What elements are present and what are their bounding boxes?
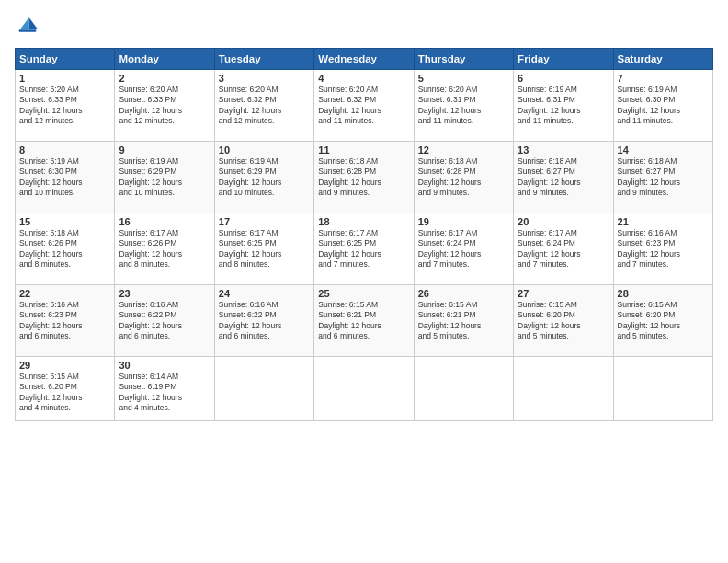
day-cell: 12Sunrise: 6:18 AMSunset: 6:28 PMDayligh… [414, 142, 513, 213]
day-number: 13 [518, 144, 609, 155]
day-info: Sunrise: 6:19 AMSunset: 6:29 PMDaylight:… [119, 156, 210, 199]
day-number: 12 [418, 144, 509, 155]
day-info: Sunrise: 6:18 AMSunset: 6:28 PMDaylight:… [418, 156, 509, 199]
day-cell: 14Sunrise: 6:18 AMSunset: 6:27 PMDayligh… [613, 142, 712, 213]
day-number: 4 [318, 73, 409, 84]
day-info: Sunrise: 6:20 AMSunset: 6:33 PMDaylight:… [19, 85, 110, 127]
day-number: 20 [518, 216, 609, 227]
day-cell: 18Sunrise: 6:17 AMSunset: 6:25 PMDayligh… [314, 213, 414, 285]
day-cell: 24Sunrise: 6:16 AMSunset: 6:22 PMDayligh… [214, 285, 313, 357]
day-info: Sunrise: 6:17 AMSunset: 6:24 PMDaylight:… [418, 228, 509, 270]
day-number: 23 [119, 288, 210, 299]
day-info: Sunrise: 6:20 AMSunset: 6:33 PMDaylight:… [119, 85, 210, 127]
day-cell: 11Sunrise: 6:18 AMSunset: 6:28 PMDayligh… [314, 142, 414, 213]
day-info: Sunrise: 6:15 AMSunset: 6:20 PMDaylight:… [618, 300, 709, 342]
day-number: 15 [19, 216, 110, 227]
day-cell: 9Sunrise: 6:19 AMSunset: 6:29 PMDaylight… [115, 142, 214, 213]
col-header-tuesday: Tuesday [214, 49, 313, 70]
logo-icon [15, 15, 40, 40]
day-number: 9 [119, 144, 210, 155]
day-number: 7 [618, 73, 709, 84]
day-cell [314, 357, 414, 421]
day-cell: 29Sunrise: 6:15 AMSunset: 6:20 PMDayligh… [16, 357, 115, 421]
day-info: Sunrise: 6:15 AMSunset: 6:21 PMDaylight:… [418, 300, 509, 342]
day-info: Sunrise: 6:15 AMSunset: 6:20 PMDaylight:… [518, 300, 609, 342]
day-info: Sunrise: 6:18 AMSunset: 6:28 PMDaylight:… [318, 156, 409, 199]
day-info: Sunrise: 6:15 AMSunset: 6:20 PMDaylight:… [19, 372, 110, 414]
svg-marker-0 [29, 17, 38, 29]
svg-marker-1 [20, 17, 28, 29]
day-number: 17 [219, 216, 310, 227]
day-number: 16 [119, 216, 210, 227]
day-number: 19 [418, 216, 509, 227]
day-cell: 21Sunrise: 6:16 AMSunset: 6:23 PMDayligh… [613, 213, 712, 285]
day-info: Sunrise: 6:19 AMSunset: 6:30 PMDaylight:… [618, 85, 709, 127]
day-cell [613, 357, 712, 421]
day-number: 25 [318, 288, 409, 299]
day-info: Sunrise: 6:20 AMSunset: 6:31 PMDaylight:… [418, 85, 509, 127]
day-info: Sunrise: 6:14 AMSunset: 6:19 PMDaylight:… [119, 372, 210, 414]
col-header-sunday: Sunday [16, 49, 115, 70]
day-number: 26 [418, 288, 509, 299]
day-number: 5 [418, 73, 509, 84]
day-number: 18 [318, 216, 409, 227]
day-cell: 17Sunrise: 6:17 AMSunset: 6:25 PMDayligh… [214, 213, 313, 285]
col-header-monday: Monday [115, 49, 214, 70]
day-cell: 20Sunrise: 6:17 AMSunset: 6:24 PMDayligh… [514, 213, 613, 285]
day-cell: 22Sunrise: 6:16 AMSunset: 6:23 PMDayligh… [16, 285, 115, 357]
day-cell: 19Sunrise: 6:17 AMSunset: 6:24 PMDayligh… [414, 213, 513, 285]
day-cell: 5Sunrise: 6:20 AMSunset: 6:31 PMDaylight… [414, 70, 513, 142]
day-info: Sunrise: 6:15 AMSunset: 6:21 PMDaylight:… [318, 300, 409, 342]
day-cell [214, 357, 313, 421]
day-info: Sunrise: 6:17 AMSunset: 6:24 PMDaylight:… [518, 228, 609, 270]
day-info: Sunrise: 6:19 AMSunset: 6:31 PMDaylight:… [518, 85, 609, 127]
day-info: Sunrise: 6:16 AMSunset: 6:22 PMDaylight:… [219, 300, 310, 342]
day-info: Sunrise: 6:18 AMSunset: 6:27 PMDaylight:… [618, 156, 709, 199]
col-header-saturday: Saturday [613, 49, 712, 70]
day-info: Sunrise: 6:17 AMSunset: 6:25 PMDaylight:… [219, 228, 310, 270]
day-cell: 4Sunrise: 6:20 AMSunset: 6:32 PMDaylight… [314, 70, 414, 142]
day-info: Sunrise: 6:19 AMSunset: 6:30 PMDaylight:… [19, 156, 110, 199]
day-cell: 13Sunrise: 6:18 AMSunset: 6:27 PMDayligh… [514, 142, 613, 213]
day-info: Sunrise: 6:17 AMSunset: 6:26 PMDaylight:… [119, 228, 210, 270]
day-cell: 3Sunrise: 6:20 AMSunset: 6:32 PMDaylight… [214, 70, 313, 142]
day-number: 21 [618, 216, 709, 227]
day-cell: 6Sunrise: 6:19 AMSunset: 6:31 PMDaylight… [514, 70, 613, 142]
day-number: 14 [618, 144, 709, 155]
day-info: Sunrise: 6:19 AMSunset: 6:29 PMDaylight:… [219, 156, 310, 199]
day-number: 10 [219, 144, 310, 155]
day-number: 8 [19, 144, 110, 155]
day-number: 3 [219, 73, 310, 84]
day-cell: 16Sunrise: 6:17 AMSunset: 6:26 PMDayligh… [115, 213, 214, 285]
calendar: SundayMondayTuesdayWednesdayThursdayFrid… [15, 48, 713, 421]
day-number: 30 [119, 360, 210, 371]
day-info: Sunrise: 6:20 AMSunset: 6:32 PMDaylight:… [219, 85, 310, 127]
day-cell: 15Sunrise: 6:18 AMSunset: 6:26 PMDayligh… [16, 213, 115, 285]
day-cell: 8Sunrise: 6:19 AMSunset: 6:30 PMDaylight… [16, 142, 115, 213]
day-number: 2 [119, 73, 210, 84]
col-header-wednesday: Wednesday [314, 49, 414, 70]
day-number: 1 [19, 73, 110, 84]
day-number: 22 [19, 288, 110, 299]
day-cell [514, 357, 613, 421]
day-cell: 27Sunrise: 6:15 AMSunset: 6:20 PMDayligh… [514, 285, 613, 357]
day-info: Sunrise: 6:16 AMSunset: 6:23 PMDaylight:… [19, 300, 110, 342]
day-cell: 10Sunrise: 6:19 AMSunset: 6:29 PMDayligh… [214, 142, 313, 213]
day-cell: 28Sunrise: 6:15 AMSunset: 6:20 PMDayligh… [613, 285, 712, 357]
day-number: 6 [518, 73, 609, 84]
day-info: Sunrise: 6:18 AMSunset: 6:27 PMDaylight:… [518, 156, 609, 199]
day-info: Sunrise: 6:20 AMSunset: 6:32 PMDaylight:… [318, 85, 409, 127]
day-number: 24 [219, 288, 310, 299]
day-cell: 26Sunrise: 6:15 AMSunset: 6:21 PMDayligh… [414, 285, 513, 357]
day-number: 28 [618, 288, 709, 299]
day-info: Sunrise: 6:16 AMSunset: 6:23 PMDaylight:… [618, 228, 709, 270]
day-cell [414, 357, 513, 421]
day-cell: 2Sunrise: 6:20 AMSunset: 6:33 PMDaylight… [115, 70, 214, 142]
day-number: 27 [518, 288, 609, 299]
svg-rect-2 [19, 29, 37, 31]
header [15, 15, 713, 40]
day-cell: 1Sunrise: 6:20 AMSunset: 6:33 PMDaylight… [16, 70, 115, 142]
day-number: 29 [19, 360, 110, 371]
col-header-friday: Friday [514, 49, 613, 70]
day-info: Sunrise: 6:17 AMSunset: 6:25 PMDaylight:… [318, 228, 409, 270]
